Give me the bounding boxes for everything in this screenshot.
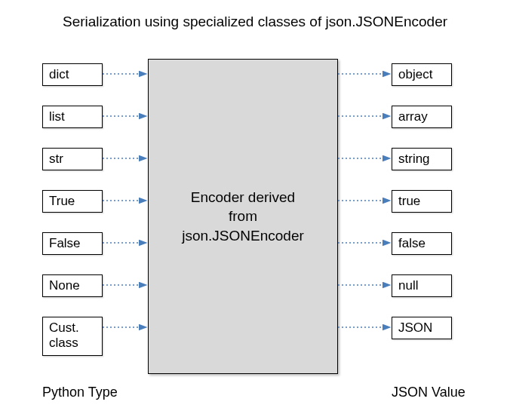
python-type-false: False	[42, 232, 103, 255]
json-value-null: null	[392, 274, 452, 297]
encoder-line1: Encoder derived	[191, 188, 295, 207]
json-value-true: true	[392, 190, 452, 213]
json-value-array: array	[392, 106, 452, 128]
python-type-list: list	[42, 106, 103, 128]
json-value-object: object	[392, 63, 452, 86]
python-type-custclass: Cust. class	[42, 317, 103, 356]
python-type-dict: dict	[42, 63, 103, 86]
python-type-true: True	[42, 190, 103, 213]
encoder-line3: json.JSONEncoder	[182, 226, 304, 246]
right-column-footer: JSON Value	[392, 385, 465, 400]
diagram-title: Serialization using specialized classes …	[0, 14, 510, 30]
python-type-none: None	[42, 274, 103, 297]
encoder-line2: from	[229, 207, 257, 226]
left-column-footer: Python Type	[42, 385, 118, 400]
json-value-false: false	[392, 232, 452, 255]
json-value-json: JSON	[392, 317, 452, 339]
python-type-str: str	[42, 148, 103, 170]
json-value-string: string	[392, 148, 452, 170]
encoder-center-box: Encoder derived from json.JSONEncoder	[148, 59, 338, 374]
